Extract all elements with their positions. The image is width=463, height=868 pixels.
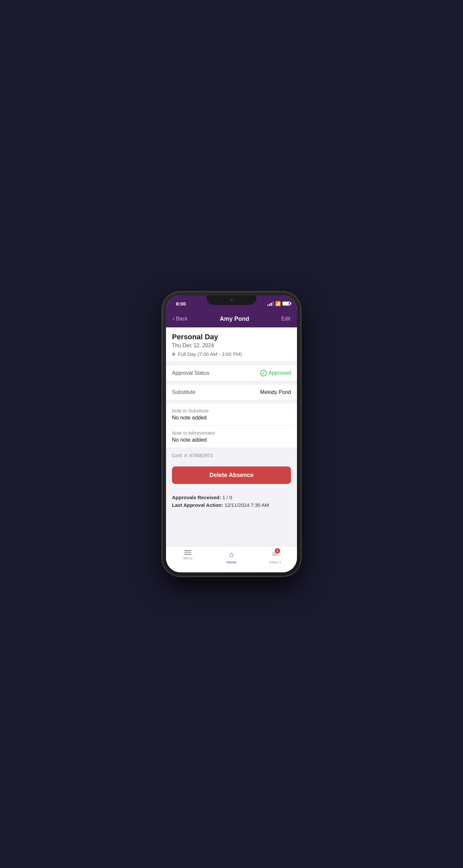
last-approval-value: 12/11/2024 7:30 AM (225, 502, 269, 508)
conf-number: Conf. #: 678082973 (172, 453, 213, 458)
note-to-admin-value: No note added (172, 437, 291, 443)
approvals-received-value: 1 / 0 (223, 495, 232, 500)
tab-menu-label: Menu (183, 556, 193, 560)
absence-title: Personal Day (172, 333, 291, 341)
approval-status-value: ✓ Approved (260, 370, 291, 376)
back-chevron-icon: ‹ (173, 315, 175, 322)
nav-bar: ‹ Back Amy Pond Edit (166, 310, 297, 328)
nav-title: Amy Pond (220, 315, 249, 322)
note-to-admin-section: Note to Administrator No note added (166, 426, 297, 448)
tab-inbox[interactable]: ✉ 1 Inbox 1 (264, 550, 287, 564)
divider-2 (166, 381, 297, 385)
substitute-label: Substitute (172, 389, 195, 395)
camera (230, 299, 233, 302)
conf-section: Conf. #: 678082973 (166, 448, 297, 463)
absence-date: Thu Dec 12, 2024 (172, 343, 291, 349)
note-to-substitute-value: No note added (172, 415, 291, 421)
approvals-received-label: Approvals Received: (172, 495, 221, 500)
inbox-badge: 1 (275, 548, 280, 554)
home-icon: ⌂ (229, 550, 233, 559)
tab-home-label: Home (227, 560, 236, 564)
absence-header: Personal Day Thu Dec 12, 2024 Full Day (… (166, 328, 297, 362)
tab-menu[interactable]: Menu (176, 550, 199, 560)
approval-status-row: Approval Status ✓ Approved (166, 365, 297, 381)
tab-inbox-label: Inbox 1 (269, 560, 281, 564)
phone-frame: 8:00 📶 ‹ Back Amy Pond Edit (162, 292, 301, 576)
substitute-row: Substitute Melody Pond (166, 385, 297, 400)
status-time: 8:00 (173, 301, 186, 307)
signal-icon (268, 301, 273, 306)
divider-3 (166, 400, 297, 404)
last-approval-label: Last Approval Action: (172, 502, 223, 508)
notch (207, 296, 256, 305)
back-button[interactable]: ‹ Back (173, 315, 188, 322)
back-label: Back (176, 316, 188, 322)
approved-check-icon: ✓ (260, 370, 267, 376)
phone-screen: 8:00 📶 ‹ Back Amy Pond Edit (166, 296, 297, 572)
tab-bar: Menu ⌂ Home ✉ 1 Inbox 1 (166, 546, 297, 572)
time-dot-icon (172, 352, 175, 356)
absence-time-range: Full Day (7:00 AM - 3:00 PM) (178, 351, 242, 357)
content-area: Personal Day Thu Dec 12, 2024 Full Day (… (166, 328, 297, 546)
absence-time-row: Full Day (7:00 AM - 3:00 PM) (172, 351, 291, 357)
approval-status-label: Approval Status (172, 370, 209, 376)
note-to-substitute-label: Note to Substitute (172, 408, 291, 413)
delete-absence-button[interactable]: Delete Absence (172, 466, 291, 484)
menu-icon (184, 550, 192, 555)
approvals-received-row: Approvals Received: 1 / 0 (172, 495, 291, 500)
wifi-icon: 📶 (275, 301, 281, 306)
note-to-admin-label: Note to Administrator (172, 430, 291, 436)
last-approval-row: Last Approval Action: 12/11/2024 7:30 AM (172, 502, 291, 508)
approved-text: Approved (269, 370, 291, 376)
inbox-icon-wrap: ✉ 1 (272, 550, 278, 559)
status-icons: 📶 (268, 301, 290, 306)
divider-1 (166, 362, 297, 365)
battery-icon (283, 302, 290, 306)
delete-section: Delete Absence (166, 463, 297, 489)
substitute-value: Melody Pond (260, 389, 291, 395)
approvals-section: Approvals Received: 1 / 0 Last Approval … (166, 489, 297, 515)
edit-button[interactable]: Edit (281, 316, 290, 322)
tab-home[interactable]: ⌂ Home (220, 550, 243, 564)
note-to-substitute-section: Note to Substitute No note added (166, 404, 297, 426)
